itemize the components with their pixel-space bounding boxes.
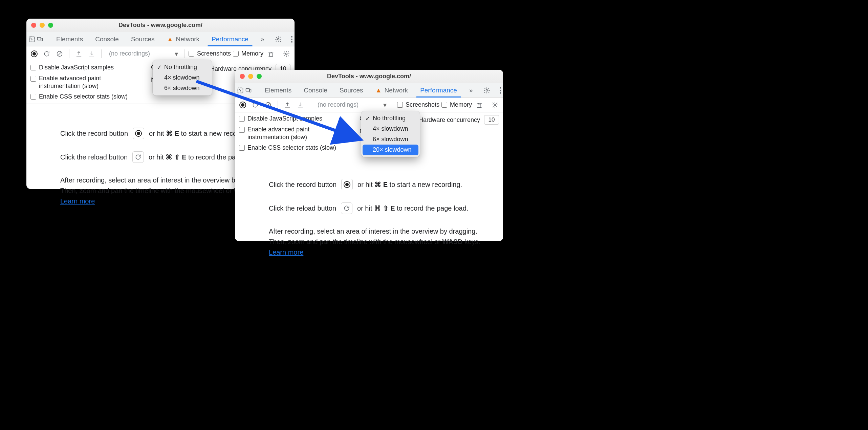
more-tabs[interactable]: » (463, 83, 479, 97)
help-text: Then, zoom and pan the timeline with the… (269, 237, 490, 247)
reload-button-hint (341, 202, 352, 214)
recordings-selector[interactable]: (no recordings) ▾ (106, 50, 180, 58)
cpu-throttling-option[interactable]: 6× slowdown (153, 83, 212, 93)
cpu-throttling-option[interactable]: 4× slowdown (361, 124, 420, 134)
close-button[interactable] (31, 23, 36, 28)
chevron-down-icon: ▾ (175, 50, 178, 58)
adv-paint-checkbox[interactable]: Enable advanced paint instrumentation (s… (30, 74, 142, 90)
chevron-down-icon: ▾ (383, 101, 387, 109)
download-icon[interactable] (86, 48, 97, 59)
more-tabs[interactable]: » (255, 32, 270, 46)
device-toggle-icon[interactable] (37, 34, 43, 45)
divider (393, 101, 393, 109)
help-text: or hit ⌘ ⇧ E to record the page load. (357, 204, 468, 212)
capture-settings-icon[interactable] (281, 48, 292, 59)
tab-sources[interactable]: Sources (125, 32, 161, 46)
record-button-hint (133, 128, 144, 139)
upload-icon[interactable] (73, 48, 84, 59)
cpu-throttling-option[interactable]: 20× slowdown (363, 145, 418, 155)
record-button[interactable] (29, 49, 39, 59)
tab-elements[interactable]: Elements (50, 32, 89, 46)
devtools-tabbar: Elements Console Sources ▲Network Perfor… (235, 83, 503, 98)
adv-paint-checkbox[interactable]: Enable advanced paint instrumentation (s… (239, 126, 351, 141)
divider (69, 49, 69, 58)
cpu-throttling-option[interactable]: ✓No throttling (153, 62, 212, 72)
performance-toolbar: (no recordings) ▾ Screenshots Memory (235, 98, 503, 112)
svg-point-11 (494, 104, 496, 106)
hw-concurrency-input[interactable]: 10 (484, 115, 499, 125)
download-icon[interactable] (295, 100, 306, 110)
minimize-button[interactable] (40, 23, 45, 28)
tab-console[interactable]: Console (298, 83, 333, 97)
learn-more-link[interactable]: Learn more (60, 197, 95, 205)
recordings-selector[interactable]: (no recordings) ▾ (314, 101, 389, 109)
tab-performance[interactable]: Performance (205, 32, 255, 46)
tab-performance[interactable]: Performance (414, 83, 463, 97)
help-text: Click the reload button (269, 205, 336, 212)
settings-icon[interactable] (273, 34, 284, 45)
screenshots-checkbox[interactable]: Screenshots (189, 50, 231, 57)
tab-sources[interactable]: Sources (333, 83, 369, 97)
help-text: Click the record button (60, 130, 128, 137)
help-text: Click the record button (269, 181, 337, 189)
more-icon[interactable]: ⋮ (286, 34, 297, 45)
settings-icon[interactable] (481, 85, 492, 96)
clear-button[interactable] (54, 48, 65, 59)
warning-icon: ▲ (167, 36, 173, 43)
gc-icon[interactable] (474, 100, 485, 110)
screenshots-checkbox[interactable]: Screenshots (397, 101, 439, 108)
window-title: DevTools - www.google.com/ (26, 22, 295, 29)
cpu-throttling-dropdown[interactable]: ✓No throttling4× slowdown6× slowdown20× … (361, 111, 420, 157)
disable-js-checkbox[interactable]: Disable JavaScript samples (30, 64, 142, 71)
titlebar[interactable]: DevTools - www.google.com/ (235, 70, 503, 83)
capture-settings-icon[interactable] (490, 100, 500, 110)
window-title: DevTools - www.google.com/ (235, 73, 503, 80)
css-selector-checkbox[interactable]: Enable CSS selector stats (slow) (239, 144, 351, 151)
reload-button[interactable] (250, 100, 261, 110)
tab-elements[interactable]: Elements (259, 83, 298, 97)
capture-settings: Disable JavaScript samples Enable advanc… (235, 112, 503, 155)
gc-icon[interactable] (265, 48, 276, 59)
tab-network[interactable]: ▲Network (161, 32, 206, 46)
svg-rect-1 (38, 37, 41, 40)
tab-network[interactable]: ▲Network (369, 83, 414, 97)
upload-icon[interactable] (282, 100, 293, 110)
cpu-throttling-option[interactable]: 4× slowdown (153, 72, 212, 83)
svg-point-9 (486, 89, 488, 91)
close-button[interactable] (240, 74, 245, 79)
clear-button[interactable] (263, 100, 274, 110)
disable-js-checkbox[interactable]: Disable JavaScript samples (239, 115, 351, 122)
inspect-icon[interactable] (237, 85, 244, 96)
reload-button[interactable] (41, 48, 52, 59)
svg-point-3 (278, 38, 279, 40)
zoom-button[interactable] (257, 74, 262, 79)
cpu-throttling-dropdown[interactable]: ✓No throttling4× slowdown6× slowdown (153, 60, 212, 95)
divider (184, 49, 185, 58)
divider (278, 101, 278, 109)
help-text: or hit ⌘ E to start a new recording. (357, 180, 462, 189)
minimize-button[interactable] (248, 74, 253, 79)
device-toggle-icon[interactable] (245, 85, 252, 96)
memory-checkbox[interactable]: Memory (441, 101, 472, 108)
devtools-tabbar: Elements Console Sources ▲Network Perfor… (26, 32, 295, 46)
record-button[interactable] (238, 100, 248, 110)
cpu-throttling-option[interactable]: 6× slowdown (361, 134, 420, 145)
inspect-icon[interactable] (28, 34, 35, 45)
reload-button-hint (132, 151, 144, 163)
tab-console[interactable]: Console (89, 32, 125, 46)
svg-rect-7 (246, 88, 249, 91)
memory-checkbox[interactable]: Memory (233, 50, 263, 57)
titlebar[interactable]: DevTools - www.google.com/ (26, 19, 295, 32)
learn-more-link[interactable]: Learn more (269, 249, 303, 256)
record-button-hint (341, 179, 353, 190)
help-text: After recording, select an area of inter… (269, 226, 490, 237)
svg-point-5 (286, 53, 287, 55)
zoom-button[interactable] (48, 23, 53, 28)
more-icon[interactable]: ⋮ (495, 85, 506, 96)
warning-icon: ▲ (375, 87, 382, 94)
css-selector-checkbox[interactable]: Enable CSS selector stats (slow) (30, 93, 142, 100)
hw-concurrency-checkbox[interactable]: Hardware concurrency (410, 116, 480, 124)
cpu-throttling-option[interactable]: ✓No throttling (361, 113, 420, 124)
help-text: Click the reload button (60, 153, 128, 161)
svg-rect-2 (41, 38, 42, 41)
